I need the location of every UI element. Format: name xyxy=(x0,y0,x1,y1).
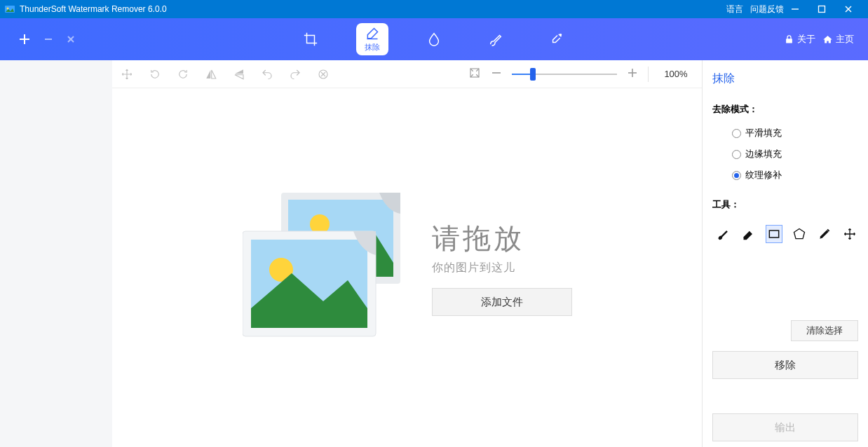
mode-texture-radio[interactable]: 纹理修补 xyxy=(732,169,858,181)
tool-eraser-icon[interactable] xyxy=(740,225,757,243)
flip-vertical-icon[interactable] xyxy=(233,68,245,81)
add-tab-button[interactable] xyxy=(18,33,31,46)
dropzone-subtitle: 你的图片到这儿 xyxy=(432,261,515,275)
canvas-dropzone[interactable]: 请拖放 你的图片到这儿 添加文件 xyxy=(112,88,702,447)
svg-rect-3 xyxy=(819,6,825,13)
zoom-label: 100% xyxy=(658,69,693,79)
clear-selection-button[interactable]: 清除选择 xyxy=(791,320,858,341)
tool-clone[interactable] xyxy=(541,23,574,55)
svg-marker-27 xyxy=(794,229,805,239)
fit-screen-icon[interactable] xyxy=(468,67,481,82)
app-title: ThunderSoft Watermark Remover 6.0.0 xyxy=(20,4,167,14)
zoom-out-button[interactable] xyxy=(491,67,502,81)
undo-icon[interactable] xyxy=(261,68,273,81)
rotate-cw-icon[interactable] xyxy=(177,68,189,81)
tool-polygon-select-icon[interactable] xyxy=(791,225,808,243)
tool-move-icon[interactable] xyxy=(841,225,858,243)
flip-horizontal-icon[interactable] xyxy=(205,68,217,81)
panel-title: 抹除 xyxy=(712,69,858,86)
rotate-ccw-icon[interactable] xyxy=(149,68,161,81)
close-button[interactable] xyxy=(844,5,864,13)
move-icon[interactable] xyxy=(121,68,133,81)
tool-brush[interactable] xyxy=(480,23,512,55)
main-header: 抹除 关于 主页 xyxy=(0,18,868,60)
output-button[interactable]: 输出 xyxy=(712,413,858,441)
about-link[interactable]: 关于 xyxy=(784,33,815,46)
main-area: 100% xyxy=(112,60,703,447)
language-menu[interactable]: 语言 xyxy=(726,4,743,15)
tool-erase[interactable]: 抹除 xyxy=(356,23,388,55)
minimize-button[interactable] xyxy=(791,5,811,13)
tool-pen-icon[interactable] xyxy=(816,225,833,243)
left-rail xyxy=(0,60,112,447)
add-file-button[interactable]: 添加文件 xyxy=(432,288,572,316)
redo-icon[interactable] xyxy=(289,68,301,81)
zoom-in-button[interactable] xyxy=(627,67,638,81)
mode-section-label: 去除模式： xyxy=(712,103,858,116)
delete-icon[interactable] xyxy=(317,68,330,81)
tool-blur[interactable] xyxy=(418,23,450,55)
titlebar: ThunderSoft Watermark Remover 6.0.0 语言 问… xyxy=(0,0,868,18)
mode-edge-radio[interactable]: 边缘填充 xyxy=(732,148,858,160)
svg-point-12 xyxy=(560,34,562,36)
remove-button[interactable]: 移除 xyxy=(712,351,858,379)
mode-smooth-radio[interactable]: 平滑填充 xyxy=(732,127,858,139)
close-tab-button[interactable] xyxy=(66,34,76,44)
dropzone-title: 请拖放 xyxy=(432,219,524,258)
side-panel: 抹除 去除模式： 平滑填充 边缘填充 纹理修补 工具： xyxy=(703,60,868,447)
tool-erase-label: 抹除 xyxy=(365,42,380,53)
dropzone-image-icon xyxy=(243,193,411,343)
home-link[interactable]: 主页 xyxy=(822,33,854,46)
feedback-link[interactable]: 问题反馈 xyxy=(750,4,784,15)
tool-rectangle-select-icon[interactable] xyxy=(766,225,782,243)
secondary-toolbar: 100% xyxy=(112,60,702,88)
prev-tab-button[interactable] xyxy=(43,34,53,44)
svg-rect-26 xyxy=(769,231,778,238)
tool-crop[interactable] xyxy=(294,23,327,55)
maximize-button[interactable] xyxy=(818,5,837,13)
tool-brush-icon[interactable] xyxy=(715,225,732,243)
app-logo-icon xyxy=(4,4,15,15)
zoom-slider[interactable] xyxy=(512,69,617,79)
tools-section-label: 工具： xyxy=(712,198,858,211)
